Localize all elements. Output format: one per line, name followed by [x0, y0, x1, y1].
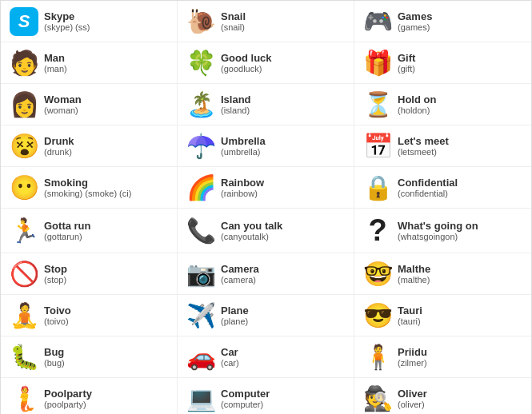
item-name: Skype [44, 10, 90, 22]
cell-content: Bug (bug) [44, 346, 65, 368]
item-code: (man) [44, 64, 67, 74]
cell-content: Car (car) [221, 346, 239, 368]
gottarun-icon: 🏃 [7, 219, 41, 243]
camera-icon: 📷 [184, 262, 218, 286]
item-name: Car [221, 346, 239, 358]
cell-man: 🧑 Man (man) [1, 42, 178, 84]
cell-content: Island (island) [221, 94, 251, 115]
cell-confidential: 🔒 Confidential (confidential) [354, 167, 531, 209]
cell-umbrella: ☂️ Umbrella (umbrella) [178, 125, 354, 167]
letsmeet-icon: 📅 [361, 134, 394, 158]
item-code: (camera) [221, 275, 259, 285]
item-name: Woman [44, 94, 82, 105]
cell-content: Hold on (holdon) [398, 94, 436, 115]
cell-content: Oliver (oliver) [398, 388, 427, 409]
cell-bug: 🐛 Bug (bug) [1, 336, 178, 378]
cell-content: Woman (woman) [44, 94, 82, 115]
cell-content: Confidential (confidential) [398, 177, 458, 198]
item-code: (drunk) [44, 147, 74, 157]
item-code: (computer) [221, 400, 270, 409]
item-name: Snail [221, 10, 246, 22]
cell-snail: 🐌 Snail (snail) [178, 1, 354, 42]
cell-skype: S Skype (skype) (ss) [1, 1, 178, 42]
cell-gift: 🎁 Gift (gift) [354, 42, 531, 84]
item-code: (canyoutalk) [221, 232, 282, 241]
item-name: Bug [44, 346, 65, 358]
item-name: Let's meet [398, 135, 449, 147]
item-code: (skype) (ss) [44, 22, 90, 32]
poolparty-icon: 🧜 [7, 387, 41, 411]
holdon-icon: ⏳ [361, 93, 394, 117]
cell-content: Drunk (drunk) [44, 135, 74, 157]
cell-content: Plane (plane) [221, 305, 249, 326]
item-code: (plane) [221, 316, 249, 326]
item-name: Gotta run [44, 220, 91, 232]
item-code: (whatsgoingon) [398, 232, 478, 241]
cell-games: 🎮 Games (games) [354, 1, 531, 42]
plane-icon: ✈️ [184, 304, 218, 328]
item-name: Smoking [44, 177, 131, 189]
item-code: (gottarun) [44, 232, 91, 241]
item-code: (umbrella) [221, 147, 266, 157]
item-code: (zilmer) [398, 358, 427, 368]
car-icon: 🚗 [184, 345, 218, 369]
cell-malthe: 🤓 Malthe (malthe) [354, 253, 531, 295]
stop-icon: 🚫 [7, 262, 41, 286]
cell-canyoutalk: 📞 Can you talk (canyoutalk) [178, 209, 354, 253]
item-name: Rainbow [221, 177, 264, 189]
item-name: Man [44, 52, 67, 64]
rainbow-icon: 🌈 [184, 176, 218, 200]
item-name: Hold on [398, 94, 436, 105]
item-name: Can you talk [221, 220, 282, 232]
cell-content: Gotta run (gottarun) [44, 220, 91, 241]
item-name: Tauri [398, 305, 422, 316]
cell-holdon: ⏳ Hold on (holdon) [354, 84, 531, 125]
item-code: (gift) [398, 64, 415, 74]
item-name: Poolparty [44, 388, 92, 400]
smoking-icon: 😶 [7, 176, 41, 200]
item-name: Oliver [398, 388, 427, 400]
cell-content: What's going on (whatsgoingon) [398, 220, 478, 241]
item-name: Stop [44, 263, 67, 275]
cell-toivo: 🧘 Toivo (toivo) [1, 295, 178, 336]
item-code: (toivo) [44, 316, 71, 326]
island-icon: 🏝️ [184, 93, 218, 117]
item-name: Camera [221, 263, 259, 275]
cell-content: Tauri (tauri) [398, 305, 422, 326]
umbrella-icon: ☂️ [184, 134, 218, 158]
cell-gottarun: 🏃 Gotta run (gottarun) [1, 209, 178, 253]
cell-poolparty: 🧜 Poolparty (poolparty) [1, 378, 178, 414]
item-name: Computer [221, 388, 270, 400]
cell-content: Gift (gift) [398, 52, 415, 74]
item-name: Malthe [398, 263, 430, 275]
emoji-grid: S Skype (skype) (ss) 🐌 Snail (snail) 🎮 G… [0, 0, 532, 414]
computer-icon: 💻 [184, 387, 218, 411]
item-name: Confidential [398, 177, 458, 189]
tauri-icon: 😎 [361, 304, 394, 328]
goodluck-icon: 🍀 [184, 51, 218, 75]
snail-icon: 🐌 [184, 10, 218, 34]
item-code: (snail) [221, 22, 246, 32]
item-name: What's going on [398, 220, 478, 232]
item-name: Plane [221, 305, 249, 316]
cell-content: Man (man) [44, 52, 67, 74]
cell-content: Stop (stop) [44, 263, 67, 285]
cell-content: Skype (skype) (ss) [44, 10, 90, 32]
cell-car: 🚗 Car (car) [178, 336, 354, 378]
item-code: (tauri) [398, 316, 422, 326]
item-name: Good luck [221, 52, 272, 64]
item-name: Priidu [398, 346, 427, 358]
cell-content: Poolparty (poolparty) [44, 388, 92, 409]
cell-priidu: 🧍 Priidu (zilmer) [354, 336, 531, 378]
cell-goodluck: 🍀 Good luck (goodluck) [178, 42, 354, 84]
cell-content: Rainbow (rainbow) [221, 177, 264, 198]
item-name: Umbrella [221, 135, 266, 147]
cell-smoking: 😶 Smoking (smoking) (smoke) (ci) [1, 167, 178, 209]
bug-icon: 🐛 [7, 345, 41, 369]
item-name: Toivo [44, 305, 71, 316]
cell-content: Umbrella (umbrella) [221, 135, 266, 157]
item-code: (island) [221, 105, 251, 115]
cell-content: Malthe (malthe) [398, 263, 430, 285]
cell-content: Priidu (zilmer) [398, 346, 427, 368]
toivo-icon: 🧘 [7, 304, 41, 328]
